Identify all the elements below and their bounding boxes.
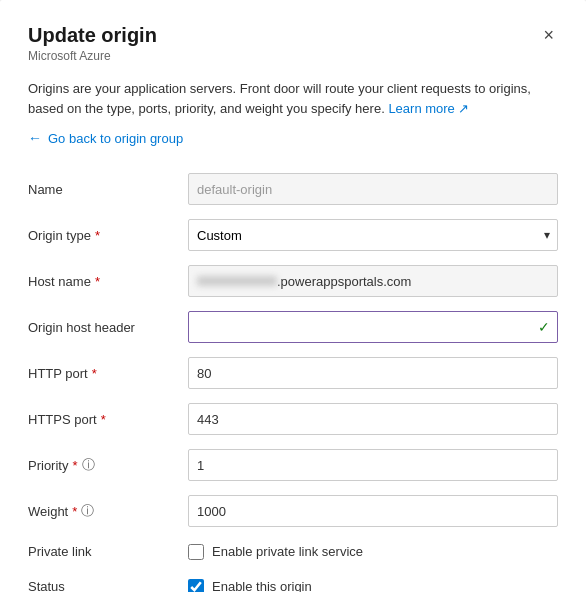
dialog-title: Update origin — [28, 24, 157, 47]
private-link-label: Private link — [28, 534, 188, 569]
private-link-checkbox[interactable] — [188, 544, 204, 560]
priority-required-star: * — [72, 458, 77, 473]
title-block: Update origin Microsoft Azure — [28, 24, 157, 63]
name-input[interactable] — [188, 173, 558, 205]
status-field: Enable this origin — [188, 569, 558, 592]
origin-host-header-input[interactable] — [188, 311, 558, 343]
external-link-icon: ↗ — [458, 101, 469, 116]
https-port-input[interactable] — [188, 403, 558, 435]
private-link-field: Enable private link service — [188, 534, 558, 569]
private-link-checkbox-label[interactable]: Enable private link service — [212, 544, 363, 559]
name-field — [188, 166, 558, 212]
origin-type-field: Custom Storage App Service Function App … — [188, 212, 558, 258]
origin-type-label: Origin type * — [28, 212, 188, 258]
origin-type-select[interactable]: Custom Storage App Service Function App … — [188, 219, 558, 251]
status-checkbox-label[interactable]: Enable this origin — [212, 579, 312, 592]
back-to-origin-group-link[interactable]: ← Go back to origin group — [28, 130, 183, 146]
http-port-field — [188, 350, 558, 396]
status-checkbox[interactable] — [188, 579, 204, 593]
origin-host-header-label: Origin host header — [28, 304, 188, 350]
host-name-label: Host name * — [28, 258, 188, 304]
origin-host-header-field: ✓ — [188, 304, 558, 350]
private-link-checkbox-wrapper: Enable private link service — [188, 544, 363, 560]
host-name-field: .powerappsportals.com — [188, 258, 558, 304]
http-port-required-star: * — [92, 366, 97, 381]
check-icon: ✓ — [538, 319, 550, 335]
host-name-required-star: * — [95, 274, 100, 289]
host-name-input-wrapper[interactable]: .powerappsportals.com — [188, 265, 558, 297]
description-text: Origins are your application servers. Fr… — [28, 79, 558, 118]
weight-field — [188, 488, 558, 534]
update-origin-dialog: Update origin Microsoft Azure × Origins … — [0, 0, 586, 592]
host-name-suffix: .powerappsportals.com — [277, 274, 411, 289]
https-port-label: HTTPS port * — [28, 396, 188, 442]
weight-required-star: * — [72, 504, 77, 519]
http-port-input[interactable] — [188, 357, 558, 389]
weight-input[interactable] — [188, 495, 558, 527]
dialog-subtitle: Microsoft Azure — [28, 49, 157, 63]
status-checkbox-wrapper: Enable this origin — [188, 579, 312, 593]
name-label: Name — [28, 166, 188, 212]
http-port-label: HTTP port * — [28, 350, 188, 396]
priority-field — [188, 442, 558, 488]
priority-input[interactable] — [188, 449, 558, 481]
dialog-header: Update origin Microsoft Azure × — [28, 24, 558, 63]
origin-type-select-wrapper: Custom Storage App Service Function App … — [188, 219, 558, 251]
form-grid: Name Origin type * Custom Storage App Se… — [28, 166, 558, 592]
weight-info-icon[interactable]: ⓘ — [81, 502, 94, 520]
origin-type-required-star: * — [95, 228, 100, 243]
https-port-field — [188, 396, 558, 442]
origin-host-header-wrapper: ✓ — [188, 311, 558, 343]
back-link-label: Go back to origin group — [48, 131, 183, 146]
learn-more-link[interactable]: Learn more ↗ — [388, 101, 469, 116]
priority-info-icon[interactable]: ⓘ — [82, 456, 95, 474]
https-port-required-star: * — [101, 412, 106, 427]
close-button[interactable]: × — [539, 24, 558, 46]
back-arrow-icon: ← — [28, 130, 42, 146]
status-label: Status — [28, 569, 188, 592]
weight-label: Weight * ⓘ — [28, 488, 188, 534]
priority-label: Priority * ⓘ — [28, 442, 188, 488]
host-blur-placeholder — [197, 276, 277, 286]
